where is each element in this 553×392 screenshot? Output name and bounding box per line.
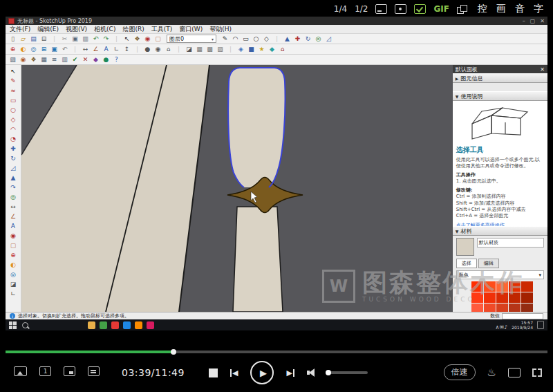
menu-item[interactable]: 视图(V) bbox=[66, 25, 87, 34]
fog-icon[interactable]: ▨ bbox=[216, 45, 225, 53]
reward-icon[interactable]: ♨ bbox=[487, 366, 496, 379]
chat-taskbar-icon[interactable] bbox=[123, 321, 131, 329]
volume-icon[interactable] bbox=[307, 368, 317, 377]
push-pull-icon[interactable]: ▲ bbox=[283, 35, 292, 43]
cast-screen-icon[interactable] bbox=[508, 368, 521, 377]
layers-dropdown[interactable]: 图层0 ▾ bbox=[167, 35, 216, 43]
overlay-button[interactable]: 控 bbox=[478, 3, 487, 15]
color-swatch[interactable] bbox=[471, 304, 483, 312]
rectangle-icon[interactable]: ▭ bbox=[8, 95, 19, 105]
check-icon[interactable] bbox=[414, 4, 426, 14]
menu-item[interactable]: 相机(C) bbox=[94, 25, 115, 34]
color-swatch[interactable] bbox=[521, 304, 533, 312]
taskbar-clock[interactable]: 15:57 2019/9/24 bbox=[512, 320, 533, 330]
volume-knob[interactable] bbox=[326, 370, 331, 375]
color-swatch[interactable] bbox=[521, 281, 533, 292]
stop-button[interactable] bbox=[209, 368, 218, 377]
scale-icon[interactable]: ◿ bbox=[324, 35, 333, 43]
dimension-icon[interactable]: ↕ bbox=[122, 45, 131, 53]
styles-tray-icon[interactable]: ▦ bbox=[39, 55, 48, 64]
menu-item[interactable]: 文件(F) bbox=[10, 25, 30, 34]
menu-item[interactable]: 工具(T) bbox=[151, 25, 173, 34]
offset-icon[interactable]: ◎ bbox=[8, 192, 19, 202]
materials-tray-icon[interactable]: ◉ bbox=[19, 55, 28, 64]
color-swatch[interactable] bbox=[521, 292, 533, 303]
circle-icon[interactable]: ○ bbox=[252, 35, 261, 43]
eraser-icon[interactable]: ▢ bbox=[8, 241, 19, 250]
rotate-icon[interactable]: ↻ bbox=[303, 35, 312, 43]
layers-icon[interactable]: ▧ bbox=[8, 55, 17, 64]
play-button[interactable] bbox=[250, 361, 274, 384]
one-key-icon[interactable]: 1 bbox=[39, 366, 51, 376]
cast-icon[interactable] bbox=[14, 366, 27, 376]
print-icon[interactable]: ⊟ bbox=[39, 35, 48, 43]
quality-quarter-button[interactable]: 1/4 bbox=[334, 4, 347, 14]
walk-icon[interactable]: ⌂ bbox=[164, 45, 173, 53]
materials-tab[interactable]: 编辑 bbox=[478, 259, 499, 268]
rectangle-icon[interactable]: ▭ bbox=[241, 35, 250, 43]
video-app-taskbar-icon[interactable] bbox=[135, 321, 142, 329]
color-swatch[interactable] bbox=[471, 281, 483, 292]
start-button[interactable] bbox=[9, 321, 17, 329]
seek-bar[interactable] bbox=[6, 351, 547, 353]
rotate-icon[interactable]: ↻ bbox=[8, 153, 19, 163]
menu-item[interactable]: 帮助(H) bbox=[209, 25, 232, 34]
minimize-button[interactable]: – bbox=[523, 18, 525, 24]
zoom-extents-icon[interactable]: ▣ bbox=[50, 45, 59, 53]
plugin-icon[interactable]: ● bbox=[102, 55, 111, 64]
media-player-taskbar-icon[interactable] bbox=[111, 321, 119, 329]
color-swatch[interactable] bbox=[509, 281, 521, 292]
polygon-icon[interactable]: ◇ bbox=[262, 35, 271, 43]
move-icon[interactable]: ✚ bbox=[293, 35, 302, 43]
info-icon[interactable]: i bbox=[10, 313, 15, 319]
right-view-icon[interactable]: ◆ bbox=[268, 45, 276, 53]
color-swatch[interactable] bbox=[471, 292, 483, 303]
color-swatch[interactable] bbox=[496, 281, 508, 292]
components-icon[interactable]: ❖ bbox=[29, 55, 38, 64]
color-swatch[interactable] bbox=[484, 304, 496, 312]
quality-half-button[interactable]: 1/2 bbox=[355, 4, 368, 14]
volume-slider[interactable] bbox=[329, 371, 368, 374]
pan-icon[interactable]: ◐ bbox=[19, 45, 28, 53]
select-icon[interactable]: ↖ bbox=[122, 35, 131, 43]
protractor-icon[interactable]: ∠ bbox=[8, 212, 19, 221]
seek-knob[interactable] bbox=[171, 349, 176, 355]
tape-measure-icon[interactable]: ↔ bbox=[81, 45, 90, 53]
zoom-icon[interactable]: ◎ bbox=[29, 45, 38, 53]
record-icon[interactable] bbox=[395, 4, 406, 14]
axes-icon[interactable]: ∟ bbox=[112, 45, 121, 53]
overlay-button[interactable]: 音 bbox=[515, 3, 525, 15]
arc-icon[interactable]: ◠ bbox=[8, 124, 19, 134]
text-icon[interactable]: A bbox=[8, 221, 19, 231]
tray-close-button[interactable]: ✕ bbox=[540, 66, 545, 73]
materials-tab[interactable]: 选择 bbox=[456, 259, 477, 268]
validate-icon[interactable]: ✔ bbox=[71, 55, 79, 64]
menu-item[interactable]: 窗口(W) bbox=[179, 25, 203, 34]
scale-icon[interactable]: ◿ bbox=[8, 163, 19, 173]
extensions-icon[interactable]: ◆ bbox=[91, 55, 100, 64]
overlay-button[interactable]: 画 bbox=[496, 3, 506, 15]
open-icon[interactable]: ▱ bbox=[19, 35, 28, 43]
polygon-icon[interactable]: ◇ bbox=[8, 115, 19, 124]
tray-icon[interactable]: ♪ bbox=[504, 324, 507, 330]
home-view-icon[interactable]: ⌂ bbox=[278, 45, 287, 53]
outliner-icon[interactable]: ≡ bbox=[50, 55, 59, 64]
eraser-icon[interactable]: ▢ bbox=[153, 35, 162, 43]
color-swatch[interactable] bbox=[484, 281, 496, 292]
circle-icon[interactable]: ○ bbox=[8, 105, 19, 115]
color-swatch[interactable] bbox=[496, 292, 508, 303]
push-pull-icon[interactable]: ▲ bbox=[8, 173, 19, 183]
fullscreen-icon[interactable] bbox=[532, 368, 542, 377]
arc-icon[interactable]: ◠ bbox=[231, 35, 240, 43]
save-icon[interactable]: ▤ bbox=[29, 35, 38, 43]
top-view-icon[interactable]: ■ bbox=[247, 45, 256, 53]
copy-icon[interactable]: ▣ bbox=[71, 35, 79, 43]
explorer-taskbar-icon[interactable] bbox=[88, 321, 95, 329]
color-swatch[interactable] bbox=[509, 304, 521, 312]
paste-icon[interactable]: ▥ bbox=[81, 35, 90, 43]
select-icon[interactable]: ↖ bbox=[8, 66, 19, 76]
next-button[interactable] bbox=[286, 369, 294, 377]
make-component-icon[interactable]: ❖ bbox=[133, 35, 142, 43]
color-swatch[interactable] bbox=[484, 292, 496, 303]
zoom-window-icon[interactable]: ⊞ bbox=[39, 45, 48, 53]
